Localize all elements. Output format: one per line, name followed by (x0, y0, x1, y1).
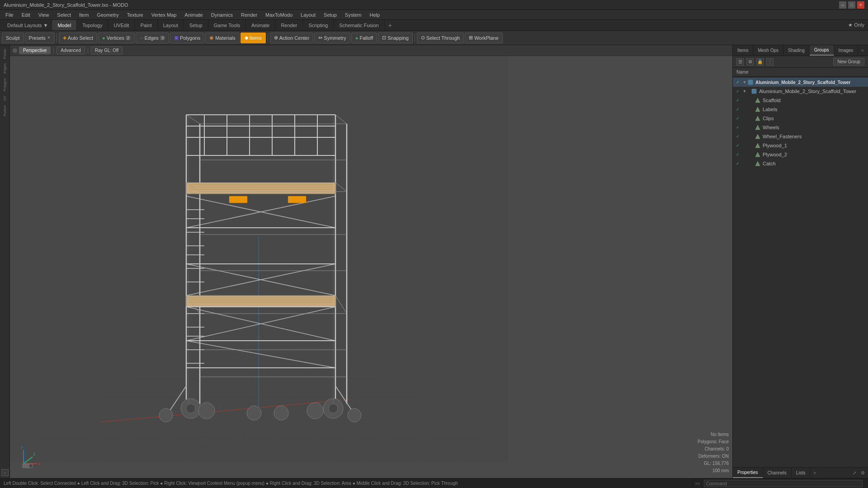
tab-topology[interactable]: Topology (77, 20, 108, 30)
falloff-button[interactable]: ● Falloff (351, 33, 377, 43)
menu-geometry[interactable]: Geometry (93, 11, 122, 19)
tab-layout[interactable]: Layout (158, 20, 184, 30)
aluminium-expand-icon[interactable]: ▼ (742, 89, 747, 94)
aluminium-visibility-icon[interactable]: ✓ (735, 88, 741, 94)
tab-shading[interactable]: Shading (783, 45, 810, 56)
maximize-button[interactable]: □ (848, 1, 855, 9)
menu-dynamics[interactable]: Dynamics (208, 11, 236, 19)
tree-item-plywood1[interactable]: ✓ Plywood_1 (733, 141, 868, 150)
viewport-content[interactable]: No Items Polygons: Face Channels: 0 Defo… (10, 56, 732, 478)
symmetry-button[interactable]: ⇔ Symmetry (314, 33, 350, 43)
tab-mesh-ops[interactable]: Mesh Ops (753, 45, 783, 56)
perspective-button[interactable]: Perspective (19, 47, 51, 54)
tree-item-plywood2[interactable]: ✓ Plywood_2 (733, 150, 868, 159)
tab-game-tools[interactable]: Game Tools (208, 20, 246, 30)
snapping-button[interactable]: ⊡ Snapping (378, 33, 413, 43)
menu-edit[interactable]: Edit (18, 11, 34, 19)
sidebar-bottom-btn[interactable]: ○ (1, 469, 9, 476)
rpb-settings-btn[interactable]: ⚙ (859, 469, 866, 477)
panel-filter-btn[interactable]: ⚙ (746, 58, 754, 66)
labels-visibility-icon[interactable]: ✓ (735, 106, 741, 113)
presets-button[interactable]: Presets ▼ (25, 33, 55, 43)
add-layout-tab-button[interactable]: + (385, 20, 396, 30)
rpb-expand-btn[interactable]: ⤢ (851, 469, 858, 477)
materials-button[interactable]: ◉ Materials (205, 33, 240, 43)
sidebar-item-edges[interactable]: Edges (2, 61, 8, 75)
sidebar-item-polygon[interactable]: Polygon (2, 76, 8, 93)
tab-animate[interactable]: Animate (246, 20, 275, 30)
tab-lists[interactable]: Lists (792, 468, 811, 478)
tab-render[interactable]: Render (275, 20, 303, 30)
tab-images[interactable]: Images (834, 45, 859, 56)
edges-button[interactable]: ═ Edges 3 (136, 33, 169, 43)
panel-lock-btn[interactable]: 🔒 (756, 58, 764, 66)
svg-marker-109 (755, 107, 760, 112)
tree-item-aluminium[interactable]: ✓ ▼ Aluminium_Mobile_2_Story_Scaffold_To… (733, 87, 868, 96)
root-visibility-icon[interactable]: ✓ (735, 79, 741, 85)
menu-render[interactable]: Render (237, 11, 261, 19)
root-expand-icon[interactable]: ▼ (742, 80, 747, 84)
sidebar-item-uv[interactable]: UV (2, 94, 8, 103)
tree-item-wheel-fasteners[interactable]: ✓ Wheel_Fasteners (733, 132, 868, 141)
items-button[interactable]: ◆ Items (241, 33, 266, 43)
wheels-visibility-icon[interactable]: ✓ (735, 124, 741, 131)
add-right-tab-button[interactable]: + (858, 45, 867, 56)
close-button[interactable]: ✕ (857, 1, 864, 9)
action-center-button[interactable]: ⊕ Action Center (270, 33, 314, 43)
tab-items[interactable]: Items (733, 45, 753, 56)
menu-animate[interactable]: Animate (181, 11, 206, 19)
tab-model[interactable]: Model (52, 20, 77, 30)
tree-item-wheels[interactable]: ✓ Wheels (733, 123, 868, 132)
tab-uvedit[interactable]: UVEdit (108, 20, 135, 30)
polygons-button[interactable]: ▣ Polygons (170, 33, 204, 43)
menu-maxtomodo[interactable]: MaxToModo (262, 11, 296, 19)
tree-item-scaffold[interactable]: ✓ Scaffold (733, 96, 868, 105)
select-through-button[interactable]: ⊙ Select Through (417, 33, 464, 43)
new-group-button[interactable]: New Group (833, 58, 864, 66)
pw2-visibility-icon[interactable]: ✓ (735, 151, 741, 158)
vertices-button[interactable]: ● Vertices 2 (98, 33, 135, 43)
command-input[interactable] (704, 480, 863, 487)
menu-select[interactable]: Select (53, 11, 75, 19)
tab-paint[interactable]: Paint (135, 20, 158, 30)
catch-visibility-icon[interactable]: ✓ (735, 160, 741, 167)
tab-groups[interactable]: Groups (810, 45, 834, 56)
viewport-area[interactable]: Perspective Advanced Ray GL: Off ⚙ ⊡ ◈ ⤢ (10, 45, 732, 478)
tab-setup[interactable]: Setup (184, 20, 208, 30)
add-bottom-tab-button[interactable]: + (810, 468, 819, 478)
menu-item[interactable]: Item (75, 11, 92, 19)
menu-setup[interactable]: Setup (320, 11, 340, 19)
tab-properties[interactable]: Properties (733, 468, 763, 478)
wf-visibility-icon[interactable]: ✓ (735, 133, 741, 140)
pw1-visibility-icon[interactable]: ✓ (735, 142, 741, 149)
viewport-menu-btn[interactable] (13, 48, 17, 53)
panel-options-btn[interactable]: ⋮ (766, 58, 774, 66)
tab-schematic-fusion[interactable]: Schematic Fusion (334, 20, 384, 30)
menu-view[interactable]: View (35, 11, 53, 19)
menu-system[interactable]: System (341, 11, 365, 19)
tab-scripting[interactable]: Scripting (303, 20, 334, 30)
menu-file[interactable]: File (2, 11, 17, 19)
menu-texture[interactable]: Texture (123, 11, 147, 19)
svg-point-62 (186, 404, 195, 413)
advanced-button[interactable]: Advanced (57, 47, 85, 54)
tab-channels[interactable]: Channels (763, 468, 792, 478)
menu-vertexmap[interactable]: Vertex Map (148, 11, 180, 19)
scaffold-visibility-icon[interactable]: ✓ (735, 97, 741, 103)
panel-view-btn[interactable]: ☰ (736, 58, 744, 66)
tree-item-catch[interactable]: ✓ Catch (733, 159, 868, 168)
sidebar-item-fusion[interactable]: Fusion (2, 103, 8, 118)
sidebar-item-points[interactable]: Points (2, 47, 8, 61)
auto-select-button[interactable]: ◈ Auto Select (59, 33, 97, 43)
menu-layout[interactable]: Layout (297, 11, 319, 19)
workplane-button[interactable]: ⊞ WorkPlane (465, 33, 503, 43)
sculpt-button[interactable]: Sculpt (2, 33, 24, 43)
tree-item-root[interactable]: ✓ ▼ Aluminium_Mobile_2_Story_Scaffold_To… (733, 78, 868, 87)
tree-item-clips[interactable]: ✓ Clips (733, 114, 868, 123)
menu-help[interactable]: Help (366, 11, 383, 19)
default-layouts-label[interactable]: Default Layouts ▼ (7, 23, 48, 28)
raygl-button[interactable]: Ray GL: Off (91, 47, 123, 54)
tree-item-labels[interactable]: ✓ Labels (733, 105, 868, 114)
clips-visibility-icon[interactable]: ✓ (735, 115, 741, 122)
minimize-button[interactable]: ─ (839, 1, 846, 9)
